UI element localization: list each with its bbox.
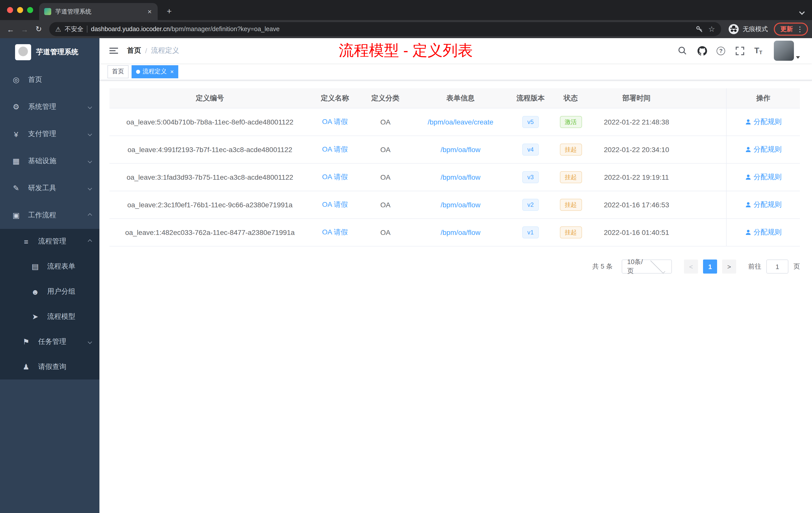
- goto-page-input[interactable]: [766, 260, 788, 274]
- page-size-select[interactable]: 10条/页: [622, 260, 672, 274]
- main-area: 首页 / 流程定义 流程模型 - 定义列表 ? TT: [99, 38, 812, 513]
- person-icon: [745, 230, 751, 235]
- form-info-link[interactable]: /bpm/oa/flow: [441, 173, 481, 181]
- sidebar-item-dev-tools[interactable]: ✎ 研发工具: [0, 175, 99, 202]
- assign-rule-link[interactable]: 分配规则: [745, 117, 782, 126]
- definition-name-link[interactable]: OA 请假: [322, 173, 348, 182]
- definition-name-link[interactable]: OA 请假: [322, 117, 348, 126]
- sidebar-item-infrastructure[interactable]: ▦ 基础设施: [0, 148, 99, 175]
- person-icon: [745, 119, 751, 125]
- definition-id: oa_leave:3:1fad3d93-7b75-11ec-a3c8-acde4…: [110, 163, 310, 191]
- table-row: oa_leave:3:1fad3d93-7b75-11ec-a3c8-acde4…: [110, 163, 800, 191]
- sidebar-item-system-management[interactable]: ⚙ 系统管理: [0, 93, 99, 120]
- grid-icon: ▦: [10, 157, 22, 165]
- password-key-icon[interactable]: [695, 25, 703, 33]
- assign-rule-link[interactable]: 分配规则: [745, 200, 782, 209]
- table-row: oa_leave:4:991f2193-7b7f-11ec-a3c8-acde4…: [110, 136, 800, 163]
- definition-name-link[interactable]: OA 请假: [322, 228, 348, 237]
- sidebar-item-payment-management[interactable]: ¥ 支付管理: [0, 120, 99, 148]
- gear-icon: ⚙: [10, 102, 22, 112]
- table-row: oa_leave:2:3c1f0ef1-76b1-11ec-9c66-a2380…: [110, 191, 800, 219]
- sidebar-item-label: 系统管理: [28, 102, 56, 112]
- assign-rule-link[interactable]: 分配规则: [745, 145, 782, 154]
- sidebar-toggle-hamburger-icon[interactable]: [108, 46, 120, 56]
- sidebar-item-label: 流程管理: [38, 237, 66, 246]
- forward-button[interactable]: →: [18, 23, 31, 36]
- next-page-button[interactable]: >: [722, 260, 736, 274]
- window-zoom-button[interactable]: [27, 7, 33, 13]
- sidebar-item-label: 任务管理: [38, 337, 66, 346]
- tag-close-icon[interactable]: ×: [170, 68, 174, 75]
- sidebar-item-process-management[interactable]: ≡ 流程管理: [0, 229, 99, 254]
- sidebar-item-label: 首页: [28, 75, 42, 84]
- prev-page-button[interactable]: <: [684, 260, 698, 274]
- col-form-info: 表单信息: [411, 88, 510, 108]
- browser-toolbar: ← → ↻ ⚠ 不安全 dashboard.yudao.iocoder.cn/b…: [0, 20, 812, 38]
- sidebar-item-process-model[interactable]: ➤ 流程模型: [0, 304, 99, 329]
- pagination-total: 共 5 条: [592, 262, 613, 271]
- sidebar-item-leave-query[interactable]: ♟ 请假查询: [0, 354, 99, 380]
- form-info-link[interactable]: /bpm/oa/flow: [441, 201, 481, 209]
- sidebar-item-user-group[interactable]: ☻ 用户分组: [0, 279, 99, 304]
- form-info-link[interactable]: /bpm/oa/flow: [441, 146, 481, 154]
- version-tag: v4: [522, 144, 539, 156]
- users-icon: ☻: [29, 288, 41, 296]
- window-minimize-button[interactable]: [17, 7, 23, 13]
- tab-close-icon[interactable]: ×: [147, 7, 153, 16]
- breadcrumb-home[interactable]: 首页: [127, 46, 141, 55]
- table-row: oa_leave:5:004b710b-7b8a-11ec-8ef0-acde4…: [110, 109, 800, 136]
- avatar[interactable]: [774, 41, 794, 61]
- paper-plane-icon: ➤: [29, 312, 41, 321]
- update-button[interactable]: 更新 ⋮: [774, 23, 808, 36]
- definition-id: oa_leave:4:991f2193-7b7f-11ec-a3c8-acde4…: [110, 136, 310, 163]
- sidebar-item-task-management[interactable]: ⚑ 任务管理: [0, 329, 99, 354]
- col-spacer: [683, 88, 726, 108]
- deploy-time: 2022-01-22 19:19:11: [590, 163, 683, 191]
- page-number-button[interactable]: 1: [703, 260, 717, 274]
- user-menu[interactable]: [774, 41, 800, 61]
- sidebar-item-label: 支付管理: [28, 129, 56, 139]
- definition-name-link[interactable]: OA 请假: [322, 145, 348, 154]
- definition-id: oa_leave:1:482ec033-762a-11ec-8477-a2380…: [110, 219, 310, 246]
- security-warning-icon[interactable]: ⚠: [55, 25, 61, 33]
- sidebar-item-process-form[interactable]: ▤ 流程表单: [0, 254, 99, 279]
- new-tab-button[interactable]: +: [163, 5, 176, 18]
- status-badge: 挂起: [560, 227, 582, 238]
- assign-rule-link[interactable]: 分配规则: [745, 173, 782, 182]
- search-icon[interactable]: [677, 46, 688, 56]
- bookmark-star-icon[interactable]: ☆: [708, 25, 715, 34]
- browser-menu-kebab-icon[interactable]: ⋮: [795, 25, 805, 33]
- deploy-time: 2022-01-22 21:48:38: [590, 109, 683, 135]
- sidebar-item-home[interactable]: ◎ 首页: [0, 66, 99, 93]
- fullscreen-icon[interactable]: [735, 46, 745, 56]
- definition-name-link[interactable]: OA 请假: [322, 200, 348, 209]
- window-close-button[interactable]: [7, 7, 13, 13]
- person-icon: [745, 174, 751, 180]
- tag-home[interactable]: 首页: [108, 65, 128, 78]
- form-info-link[interactable]: /bpm/oa/flow: [441, 229, 481, 236]
- sidebar-item-label: 基础设施: [28, 157, 56, 165]
- tag-process-definition[interactable]: 流程定义 ×: [132, 65, 178, 78]
- version-tag: v1: [522, 227, 539, 238]
- update-label: 更新: [780, 25, 793, 33]
- workflow-submenu: ≡ 流程管理 ▤ 流程表单 ☻ 用户分组 ➤ 流程模型 ⚑: [0, 229, 99, 380]
- form-info-link[interactable]: /bpm/oa/leave/create: [428, 118, 493, 126]
- version-tag: v2: [522, 199, 539, 211]
- table-header-row: 定义编号 定义名称 定义分类 表单信息 流程版本 状态 部署时间 操作: [110, 88, 800, 109]
- reload-button[interactable]: ↻: [32, 23, 45, 36]
- font-size-icon[interactable]: TT: [754, 46, 762, 55]
- browser-tab[interactable]: 芋道管理系统 ×: [39, 3, 158, 20]
- address-bar[interactable]: ⚠ 不安全 dashboard.yudao.iocoder.cn/bpm/man…: [49, 22, 721, 36]
- page-title: 流程模型 - 定义列表: [339, 40, 472, 61]
- assign-rule-link[interactable]: 分配规则: [745, 228, 782, 237]
- help-icon[interactable]: ?: [717, 47, 725, 55]
- definition-id: oa_leave:2:3c1f0ef1-76b1-11ec-9c66-a2380…: [110, 191, 310, 218]
- github-icon[interactable]: [697, 46, 707, 56]
- back-button[interactable]: ←: [4, 23, 17, 36]
- tab-search-chevron-icon[interactable]: [799, 9, 805, 15]
- sidebar-logo[interactable]: 芋道管理系统: [0, 38, 99, 66]
- breadcrumb-separator: /: [145, 47, 147, 55]
- sidebar-item-workflow[interactable]: ▣ 工作流程: [0, 202, 99, 229]
- col-actions: 操作: [726, 88, 800, 108]
- status-badge: 激活: [560, 116, 582, 128]
